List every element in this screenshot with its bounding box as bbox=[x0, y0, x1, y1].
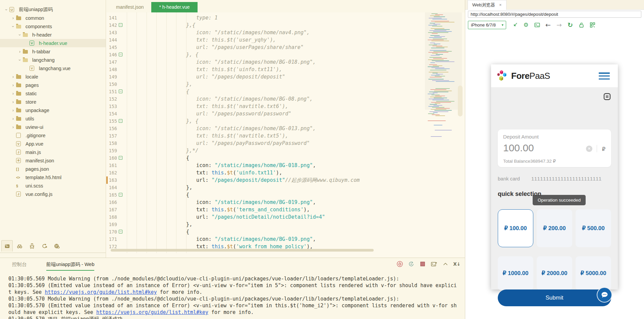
files-icon[interactable] bbox=[1, 240, 13, 252]
fold-marker-icon[interactable]: – bbox=[119, 53, 122, 56]
editor-tab-h-header-vue[interactable]: * h-header.vue bbox=[151, 2, 197, 12]
open-external-icon[interactable] bbox=[512, 21, 518, 28]
console-stop-icon[interactable] bbox=[419, 261, 426, 267]
code-line-166[interactable]: 166icon: "/static/images/home/BG-019.png… bbox=[106, 199, 428, 206]
code-line-143[interactable]: 143icon: "/static/images/home/nav4.png", bbox=[106, 29, 428, 36]
code-line-145[interactable]: 145url: "/pages/userPages/share/share" bbox=[106, 44, 428, 51]
code-line-160[interactable]: 160–{ bbox=[106, 154, 428, 162]
tree-item-vue-config-js[interactable]: Jvue.config.js bbox=[0, 190, 106, 198]
refresh-icon[interactable]: ↻ bbox=[567, 21, 574, 28]
quick-amount-tile-5000-00[interactable]: ₽ 5000.00 bbox=[576, 256, 611, 290]
fold-marker-icon[interactable]: – bbox=[119, 193, 122, 197]
tree-item-h-header[interactable]: ›h-header bbox=[0, 31, 106, 39]
chevron-collapsed-icon[interactable]: › bbox=[10, 100, 16, 104]
code-line-168[interactable]: 168url: "/pages/noticDetail/noticDetail?… bbox=[106, 213, 428, 221]
code-line-162[interactable]: 162txt: this.$t('uinfo.txt11'), bbox=[106, 169, 428, 176]
chevron-expanded-icon[interactable]: › bbox=[17, 32, 22, 38]
code-line-147[interactable]: 147icon: "/static/images/home/BG-018.png… bbox=[106, 58, 428, 66]
code-line-154[interactable]: 154url: "/pages/password/password" bbox=[106, 110, 428, 117]
tree-item-langchang[interactable]: ›langchang bbox=[0, 56, 106, 64]
settings-gear-icon[interactable]: ⚙ bbox=[523, 21, 529, 28]
code-line-158[interactable]: 158url: "/pages/payPassword/payPassword" bbox=[106, 140, 428, 147]
fold-marker-icon[interactable]: – bbox=[119, 156, 122, 160]
code-line-150[interactable]: 150}, bbox=[106, 81, 428, 88]
tree-item-h-tabbar[interactable]: ›h-tabbar bbox=[0, 47, 106, 56]
back-arrow-icon[interactable]: ← bbox=[545, 21, 551, 28]
tree-item-pages-json[interactable]: [ ]pages.json bbox=[0, 165, 106, 173]
tree-item-app-vue[interactable]: VApp.vue bbox=[0, 140, 106, 148]
debug-bug-icon[interactable] bbox=[26, 240, 38, 252]
amount-input[interactable]: 100.00 bbox=[503, 142, 534, 154]
code-line-148[interactable]: 148txt: this.$t('uinfo.txt11'), bbox=[106, 66, 428, 73]
device-select[interactable]: iPhone 6/7/8 ▾ bbox=[468, 21, 506, 29]
chevron-collapsed-icon[interactable]: › bbox=[10, 16, 16, 20]
chevron-collapsed-icon[interactable]: › bbox=[10, 91, 16, 96]
horizontal-scrollbar[interactable] bbox=[111, 249, 374, 252]
sync-icon[interactable] bbox=[39, 240, 50, 252]
chevron-collapsed-icon[interactable]: › bbox=[10, 116, 16, 121]
unlock-icon[interactable] bbox=[578, 21, 585, 28]
code-line-165[interactable]: 165–{ bbox=[106, 191, 428, 199]
tree-item-utils[interactable]: ›utils bbox=[0, 114, 106, 123]
code-line-144[interactable]: 144txt: this.$t('user_yqhy'), bbox=[106, 36, 428, 44]
code-line-159[interactable]: 159},*/ bbox=[106, 147, 428, 154]
console-collapse-icon[interactable] bbox=[442, 261, 449, 267]
web-globe-icon[interactable] bbox=[51, 240, 62, 252]
fold-marker-icon[interactable]: – bbox=[119, 119, 122, 123]
console-tab-前端uniapp源码-web[interactable]: 前端uniapp源码 - Web bbox=[46, 258, 95, 271]
console-clear-icon[interactable]: X↓ bbox=[453, 261, 460, 267]
console-restart-icon[interactable] bbox=[408, 261, 415, 267]
code-line-149[interactable]: 149url: "/pages/deposit/deposit" bbox=[106, 73, 428, 81]
submit-button[interactable]: Submit bbox=[498, 289, 611, 306]
editor-tab-manifest-json[interactable]: manifest.json bbox=[108, 2, 151, 12]
tree-item-template-h5-html[interactable]: <>template.h5.html bbox=[0, 173, 106, 181]
console-log-link[interactable]: https://vuejs.org/guide/list.html#key bbox=[96, 309, 208, 315]
tree-item-pages[interactable]: ›pages bbox=[0, 81, 106, 89]
quick-amount-tile-2000-00[interactable]: ₽ 2000.00 bbox=[537, 256, 572, 290]
fold-marker-icon[interactable]: – bbox=[119, 23, 122, 27]
code-line-155[interactable]: 155–}, { bbox=[106, 117, 428, 125]
quick-amount-tile-200-00[interactable]: ₽ 200.00 bbox=[537, 209, 572, 247]
qr-code-icon[interactable] bbox=[589, 21, 596, 28]
code-line-169[interactable]: 169}, bbox=[106, 221, 428, 228]
code-line-171[interactable]: 171icon: "/static/images/home/BG-019.png… bbox=[106, 235, 428, 243]
fold-marker-icon[interactable]: – bbox=[119, 90, 122, 93]
quick-amount-tile-500-00[interactable]: ₽ 500.00 bbox=[576, 209, 611, 247]
tree-item-common[interactable]: ›common bbox=[0, 14, 106, 22]
tree-item-gitignore[interactable]: .gitignore bbox=[0, 131, 106, 140]
chat-support-button[interactable] bbox=[597, 287, 612, 303]
chevron-expanded-icon[interactable]: › bbox=[17, 57, 22, 63]
close-icon[interactable]: × bbox=[499, 2, 502, 7]
chevron-collapsed-icon[interactable]: › bbox=[10, 108, 16, 113]
console-debug-icon[interactable] bbox=[396, 261, 403, 267]
code-line-156[interactable]: 156icon: "/static/images/home/BG-013.png… bbox=[106, 125, 428, 132]
tree-item-unpackage[interactable]: ›unpackage bbox=[0, 106, 106, 114]
chevron-expanded-icon[interactable]: › bbox=[4, 7, 9, 13]
chevron-collapsed-icon[interactable]: › bbox=[10, 125, 16, 129]
minimap[interactable] bbox=[428, 12, 456, 252]
tree-item-前端uniapp源码[interactable]: ›U前端uniapp源码 bbox=[0, 5, 106, 14]
records-icon[interactable] bbox=[603, 93, 611, 102]
search-binoculars-icon[interactable] bbox=[14, 240, 25, 252]
code-line-142[interactable]: 142–},{ bbox=[106, 21, 428, 29]
tree-item-main-js[interactable]: Jmain.js bbox=[0, 148, 106, 156]
code-line-157[interactable]: 157txt: this.$t('navtitle.txt5'), bbox=[106, 132, 428, 140]
code-line-167[interactable]: 167txt: this.$t('terms_and_conditions'), bbox=[106, 206, 428, 213]
quick-amount-tile-100-00[interactable]: ₽ 100.00 bbox=[498, 209, 533, 247]
code-line-161[interactable]: 161icon: "/static/images/home/BG-018.png… bbox=[106, 162, 428, 169]
chevron-collapsed-icon[interactable]: › bbox=[10, 83, 16, 88]
tree-item-locale[interactable]: ›locale bbox=[0, 72, 106, 81]
hamburger-menu-icon[interactable] bbox=[599, 72, 610, 81]
terminal-icon[interactable] bbox=[534, 21, 540, 28]
vertical-scrollbar[interactable] bbox=[458, 86, 463, 116]
code-line-163[interactable]: 163url: "/pages/deposit/deposit"//起步源码网w… bbox=[106, 176, 428, 184]
fold-marker-icon[interactable]: – bbox=[119, 230, 122, 233]
url-input[interactable]: http://localhost:8080/#/pages/deposit/de… bbox=[468, 11, 641, 18]
tree-item-langchang-vue[interactable]: Vlangchang.vue bbox=[0, 64, 106, 72]
code-line-141[interactable]: 141type: 1 bbox=[106, 14, 428, 21]
code-line-146[interactable]: 146–}, { bbox=[106, 51, 428, 58]
clear-amount-icon[interactable]: × bbox=[586, 146, 592, 152]
tree-item-static[interactable]: ›static bbox=[0, 89, 106, 98]
code-line-152[interactable]: 152icon: "/static/images/home/BG-08.png"… bbox=[106, 95, 428, 103]
chevron-collapsed-icon[interactable]: › bbox=[10, 74, 16, 79]
